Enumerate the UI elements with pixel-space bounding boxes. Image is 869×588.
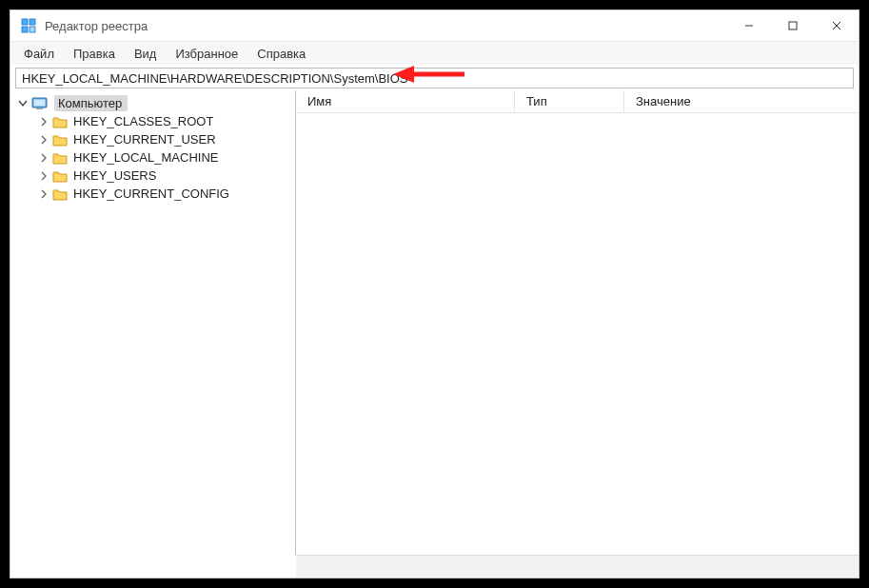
app-icon	[20, 17, 37, 34]
tree-item-hkcc[interactable]: HKEY_CURRENT_CONFIG	[10, 185, 295, 203]
tree-view[interactable]: Компьютер HKEY_CLASSES_ROOT HKEY_CURRE	[10, 90, 296, 555]
svg-rect-2	[22, 27, 28, 32]
list-view[interactable]: Имя Тип Значение	[296, 90, 859, 555]
svg-rect-10	[36, 108, 43, 109]
svg-rect-5	[789, 22, 797, 29]
window-title: Редактор реестра	[45, 19, 148, 33]
registry-app-icon	[20, 17, 37, 34]
svg-rect-0	[22, 19, 28, 25]
svg-rect-1	[30, 19, 35, 25]
maximize-icon	[788, 21, 798, 30]
status-bar	[296, 555, 859, 578]
tree-item-label: HKEY_CLASSES_ROOT	[73, 114, 213, 128]
tree-item-hkcr[interactable]: HKEY_CLASSES_ROOT	[10, 112, 295, 130]
minimize-button[interactable]	[727, 10, 771, 41]
tree-root-label: Компьютер	[54, 95, 128, 111]
folder-icon	[52, 151, 68, 165]
tree-item-label: HKEY_CURRENT_CONFIG	[73, 186, 229, 201]
svg-rect-3	[30, 27, 35, 32]
list-body-empty	[296, 113, 859, 555]
address-text: HKEY_LOCAL_MACHINE\HARDWARE\DESCRIPTION\…	[22, 71, 408, 86]
tree-item-label: HKEY_CURRENT_USER	[73, 132, 216, 147]
tree-item-hku[interactable]: HKEY_USERS	[10, 167, 295, 185]
app-window: Редактор реестра Файл Правка Вид Избранн…	[10, 10, 859, 578]
minimize-icon	[744, 21, 754, 30]
workspace: Компьютер HKEY_CLASSES_ROOT HKEY_CURRE	[10, 90, 859, 555]
folder-icon	[52, 115, 68, 128]
column-value[interactable]: Значение	[624, 90, 859, 112]
tree-item-hklm[interactable]: HKEY_LOCAL_MACHINE	[10, 148, 295, 167]
chevron-right-icon[interactable]	[37, 151, 50, 165]
svg-rect-9	[34, 99, 46, 106]
menu-view[interactable]: Вид	[127, 45, 165, 63]
chevron-right-icon[interactable]	[37, 169, 50, 183]
menu-file[interactable]: Файл	[16, 45, 62, 63]
menu-favorites[interactable]: Избранное	[168, 45, 246, 63]
tree-item-hkcu[interactable]: HKEY_CURRENT_USER	[10, 130, 295, 148]
column-type[interactable]: Тип	[515, 90, 624, 112]
address-bar[interactable]: HKEY_LOCAL_MACHINE\HARDWARE\DESCRIPTION\…	[15, 68, 854, 88]
maximize-button[interactable]	[771, 10, 815, 41]
menu-bar: Файл Правка Вид Избранное Справка	[10, 42, 859, 65]
list-header: Имя Тип Значение	[296, 90, 859, 113]
folder-icon	[52, 187, 68, 201]
chevron-right-icon[interactable]	[37, 115, 50, 128]
chevron-down-icon[interactable]	[16, 97, 30, 110]
computer-icon	[31, 97, 49, 110]
tree-root-computer[interactable]: Компьютер	[10, 94, 295, 112]
chevron-right-icon[interactable]	[37, 187, 50, 201]
window-controls	[727, 10, 859, 41]
tree-item-label: HKEY_USERS	[73, 168, 156, 183]
menu-edit[interactable]: Правка	[66, 45, 123, 63]
tree-item-label: HKEY_LOCAL_MACHINE	[73, 150, 218, 165]
title-bar[interactable]: Редактор реестра	[10, 10, 859, 42]
chevron-right-icon[interactable]	[37, 133, 50, 147]
close-button[interactable]	[815, 10, 859, 41]
folder-icon	[52, 169, 68, 183]
folder-icon	[52, 133, 68, 147]
column-name[interactable]: Имя	[296, 90, 515, 112]
menu-help[interactable]: Справка	[249, 45, 313, 63]
close-icon	[832, 21, 841, 30]
